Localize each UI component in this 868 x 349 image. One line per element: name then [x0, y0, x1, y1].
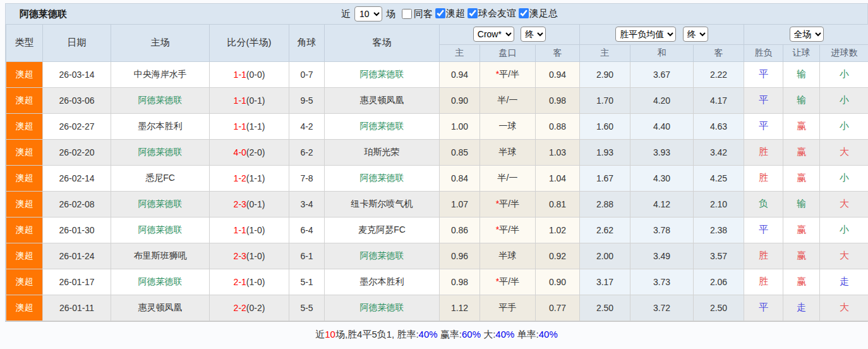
league-filter-checkbox-1[interactable] — [467, 8, 478, 18]
summary-segment: 单率: — [514, 329, 538, 340]
mean-away: 2.06 — [694, 269, 744, 295]
odds-home: 0.85 — [440, 139, 480, 165]
half-time-score: (0-0) — [246, 70, 265, 80]
handicap: 半球 — [480, 243, 536, 269]
away-team: 珀斯光荣 — [325, 139, 440, 165]
match-date: 26-01-11 — [43, 295, 111, 321]
odds-away: 0.88 — [536, 113, 580, 139]
match-date: 26-02-14 — [43, 165, 111, 191]
odds-away: 0.81 — [536, 191, 580, 217]
result-handicap: 赢 — [783, 165, 820, 191]
odds-away: 0.94 — [536, 61, 580, 87]
league-filter-checkbox-0[interactable] — [435, 8, 445, 18]
odds-home: 0.86 — [440, 217, 480, 243]
result-handicap: 输 — [783, 61, 820, 87]
away-team: 阿德莱德联 — [325, 295, 440, 321]
corner-score: 6-4 — [289, 217, 325, 243]
result-handicap: 赢 — [783, 243, 820, 269]
away-team: 阿德莱德联 — [325, 113, 440, 139]
sub-header-mean-away: 客 — [694, 44, 744, 61]
score-cell: 2-3(0-1) — [210, 191, 289, 217]
handicap-change-star: * — [496, 69, 499, 79]
away-team: 惠灵顿凤凰 — [325, 87, 440, 113]
score-cell: 2-2(0-2) — [210, 295, 289, 321]
match-row: 澳超26-01-17阿德莱德联2-1(1-0)5-1墨尔本胜利0.98*平/半0… — [6, 269, 868, 295]
result-wdl: 平 — [744, 295, 783, 321]
corner-score: 7-8 — [289, 165, 325, 191]
match-date: 26-03-14 — [43, 61, 111, 87]
corner-score: 3-4 — [289, 191, 325, 217]
corner-score: 4-2 — [289, 113, 325, 139]
away-team: 麦克阿瑟FC — [325, 217, 440, 243]
handicap: *平/半 — [480, 269, 536, 295]
mean-away: 4.25 — [694, 165, 744, 191]
full-time-score: 2-1 — [234, 277, 246, 287]
summary-segment: 40% — [495, 329, 514, 340]
half-time-score: (0-2) — [246, 303, 265, 313]
result-wdl: 胜 — [744, 243, 783, 269]
league-badge: 澳超 — [6, 61, 43, 87]
match-history-panel: 阿德莱德联 近 10 场 同客 澳超球会友谊澳足总 类型 日期 主场 比分(半场… — [5, 3, 868, 322]
result-handicap: 赢 — [783, 113, 820, 139]
league-badge: 澳超 — [6, 139, 43, 165]
away-team: 阿德莱德联 — [325, 61, 440, 87]
mean-draw: 4.20 — [630, 87, 694, 113]
result-wdl: 负 — [744, 191, 783, 217]
home-team: 中央海岸水手 — [111, 61, 210, 87]
odds-home: 0.84 — [440, 165, 480, 191]
result-handicap: 赢 — [783, 217, 820, 243]
odds-home: 0.94 — [440, 61, 480, 87]
odds-away: 1.04 — [536, 165, 580, 191]
recent-count-select[interactable]: 10 — [354, 6, 382, 21]
sub-header-goals: 进球数 — [820, 44, 868, 61]
half-time-score: (1-1) — [246, 173, 265, 183]
score-cell: 2-3(1-0) — [210, 243, 289, 269]
score-cell: 1-2(1-1) — [210, 165, 289, 191]
half-time-score: (0-1) — [246, 199, 265, 209]
same-venue-checkbox[interactable] — [402, 9, 412, 19]
league-filter-checkbox-2[interactable] — [519, 8, 529, 18]
league-badge: 澳超 — [6, 217, 43, 243]
mean-home: 2.88 — [580, 191, 630, 217]
league-filter-0: 澳超 — [433, 8, 465, 20]
mean-home: 1.67 — [580, 165, 630, 191]
half-time-score: (1-1) — [246, 121, 265, 132]
result-handicap: 走 — [783, 295, 820, 321]
toolbar: 阿德莱德联 近 10 场 同客 澳超球会友谊澳足总 — [6, 4, 867, 25]
match-row: 澳超26-02-08阿德莱德联2-3(0-1)3-4纽卡斯尔喷气机1.07*平/… — [6, 191, 868, 217]
bookmaker-select[interactable]: Crow* — [473, 27, 514, 42]
home-team: 墨尔本胜利 — [111, 113, 210, 139]
odds-away: 1.03 — [536, 139, 580, 165]
period-select[interactable]: 全场 — [790, 27, 824, 42]
odds-home: 1.00 — [440, 113, 480, 139]
half-time-score: (1-0) — [246, 251, 265, 261]
handicap: 半/一 — [480, 87, 536, 113]
mean-time-select[interactable]: 终 — [683, 27, 708, 42]
result-group-header: 全场 — [744, 25, 868, 44]
full-time-score: 1-2 — [234, 173, 246, 183]
handicap-change-star: * — [496, 224, 499, 235]
odds-time-select[interactable]: 终 — [521, 27, 546, 42]
half-time-score: (2-0) — [246, 147, 265, 157]
mean-away: 2.22 — [694, 61, 744, 87]
mean-away: 2.10 — [694, 191, 744, 217]
handicap: 半/一 — [480, 165, 536, 191]
mean-home: 2.50 — [580, 295, 630, 321]
league-filter-label: 澳超 — [446, 8, 465, 20]
league-badge: 澳超 — [6, 295, 43, 321]
match-date: 26-03-06 — [43, 87, 111, 113]
odds-group-header: Crow* 终 — [440, 25, 580, 44]
handicap: *平/半 — [480, 217, 536, 243]
odds-away: 0.98 — [536, 87, 580, 113]
away-team: 纽卡斯尔喷气机 — [325, 191, 440, 217]
corner-score: 5-5 — [289, 295, 325, 321]
sub-header-odds-away: 客 — [536, 44, 580, 61]
result-goals: 走 — [820, 269, 868, 295]
sub-header-handicap: 盘口 — [480, 44, 536, 61]
mean-away: 3.57 — [694, 243, 744, 269]
result-wdl: 平 — [744, 61, 783, 87]
near-label: 近 — [341, 8, 351, 20]
mean-type-select[interactable]: 胜平负均值 — [615, 27, 676, 42]
match-row: 澳超26-01-30阿德莱德联1-1(1-0)6-4麦克阿瑟FC0.86*平/半… — [6, 217, 868, 243]
league-filter-label: 澳足总 — [529, 8, 558, 20]
